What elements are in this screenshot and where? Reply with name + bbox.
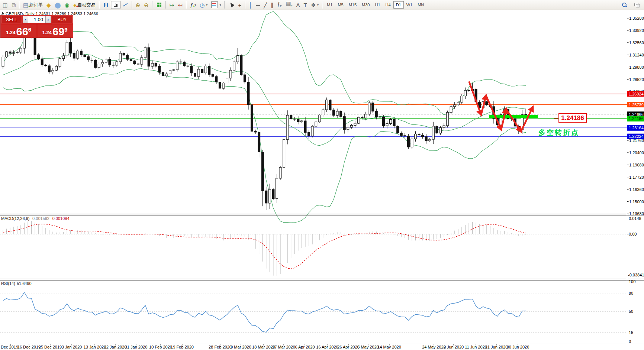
autotrade-button[interactable]: ●●自动交易 — [71, 1, 97, 9]
rsi-level-label: 50 — [629, 309, 633, 314]
periods-icon: ◷ — [200, 2, 205, 8]
profiles-icon[interactable]: ⧉ — [10, 1, 17, 9]
arrows-button[interactable]: ❖▾ — [309, 1, 321, 9]
date-label: 25 Dec 2019 — [39, 345, 62, 349]
date-label: 9 Mar 2020 — [231, 345, 251, 349]
price-tick-label: 1.28520 — [629, 77, 644, 82]
templates-button[interactable]: ▾ — [209, 1, 223, 9]
toolbar: ◫⧉▤+新订单◆⬤◉●●自动交易⊕⊖↦↤ƒ+▾◷▾▾+│─╱∥ƒE▦FAT❖▾M… — [0, 0, 644, 10]
buy-price-main: 69 — [52, 27, 64, 36]
new-order-icon: ▤+ — [23, 2, 28, 8]
macd-value-main: -0.001592 — [31, 216, 49, 221]
price-tick-label: 1.35280 — [629, 16, 644, 20]
signal-icon[interactable]: ◉ — [62, 1, 71, 9]
equidistant-channel-icon[interactable]: ∥ — [269, 1, 276, 9]
timeframe-h4-button[interactable]: H4 — [383, 1, 393, 9]
auto-scroll-icon[interactable]: ↤ — [176, 1, 184, 9]
mt4-window: ◫⧉▤+新订单◆⬤◉●●自动交易⊕⊖↦↤ƒ+▾◷▾▾+│─╱∥ƒE▦FAT❖▾M… — [0, 0, 644, 350]
text-icon[interactable]: A — [294, 1, 302, 9]
timeframe-m30-button[interactable]: M30 — [359, 1, 372, 9]
gold-icon: ◆ — [46, 2, 51, 8]
price-tick-label: 1.29880 — [629, 65, 644, 69]
buy-price[interactable]: 1.24 69 9 — [37, 24, 73, 38]
dropdown-caret-icon: ▾ — [317, 3, 319, 7]
lot-size-stepper[interactable]: ▼ 1.00 ▲ — [23, 16, 51, 23]
chat-icon[interactable] — [632, 1, 642, 9]
price-tick-label: 1.33920 — [629, 28, 644, 33]
date-label: 18 Mar 2020 — [252, 345, 275, 349]
rsi-indicator-label: RSI(14)51.6490 — [1, 281, 32, 286]
rsi-level-label: 15 — [629, 330, 633, 335]
lot-size-value[interactable]: 1.00 — [28, 16, 45, 23]
profiles-icon: ⧉ — [12, 2, 16, 8]
date-label: Dec 2019 — [1, 345, 18, 349]
sell-price[interactable]: 1.24 66 6 — [1, 24, 37, 38]
timeframe-mn-button[interactable]: MN — [415, 1, 426, 9]
fibonacci-icon[interactable]: ƒE — [276, 1, 284, 9]
timeframe-h1-button[interactable]: H1 — [373, 1, 383, 9]
sell-button[interactable]: SELL — [1, 16, 22, 23]
timeframe-m15-button[interactable]: M15 — [346, 1, 359, 9]
chart-canvas[interactable]: 1.352801.339201.325601.312401.298801.285… — [0, 0, 644, 350]
lot-decrease-button[interactable]: ▼ — [23, 16, 28, 23]
date-label: 2 Jun 2020 — [444, 345, 464, 349]
cursor-icon[interactable] — [226, 1, 236, 9]
date-label: 16 Apr 2020 — [316, 345, 338, 349]
chart-shift-icon[interactable]: ↦ — [168, 1, 176, 9]
auto-scroll-icon: ↤ — [178, 2, 183, 8]
date-label: 31 Jan 2020 — [125, 345, 148, 349]
hline-icon[interactable]: ─ — [254, 1, 262, 9]
toolbar-separator — [132, 1, 132, 9]
autotrade-icon: ●● — [73, 2, 77, 8]
buy-button[interactable]: BUY — [52, 16, 73, 23]
price-tag-label: 1.26924 — [629, 92, 644, 96]
macd-histogram — [3, 221, 526, 276]
cursor-icon — [228, 2, 234, 8]
community-icon: ⬤ — [55, 2, 61, 8]
zoom-out-icon[interactable]: ⊖ — [142, 1, 151, 9]
date-label: 26 Apr 2020 — [337, 345, 359, 349]
community-icon[interactable]: ⬤ — [53, 1, 63, 9]
price-tag-label: 1.25739 — [629, 103, 644, 107]
rsi-level-label: 80 — [629, 291, 633, 295]
templates-icon — [211, 1, 218, 8]
trendline-icon[interactable]: ╱ — [262, 1, 269, 9]
new-chart-icon[interactable]: ◫ — [1, 1, 10, 9]
text-label-icon[interactable]: T — [302, 1, 309, 9]
search-icon[interactable] — [619, 1, 629, 9]
candles-chart-icon[interactable] — [111, 1, 120, 9]
candles-layer — [2, 19, 527, 210]
price-tick-label: 1.32560 — [629, 40, 644, 45]
periods-button[interactable]: ◷▾ — [198, 1, 209, 9]
vline-icon[interactable]: │ — [247, 1, 254, 9]
date-label: 5 May 2020 — [357, 345, 379, 349]
equidistant-channel-icon: ∥ — [271, 2, 274, 8]
price-tick-label: 1.16360 — [629, 187, 644, 192]
lot-increase-button[interactable]: ▲ — [45, 16, 51, 23]
toolbar-separator — [322, 1, 323, 9]
zoom-in-icon[interactable]: ⊕ — [134, 1, 142, 9]
price-tick-label: 1.31240 — [629, 53, 644, 57]
timeframe-m5-button[interactable]: M5 — [335, 1, 346, 9]
candles-chart-icon — [113, 2, 119, 8]
sell-price-main: 66 — [16, 27, 28, 36]
buy-price-pip: 9 — [64, 24, 67, 35]
indicators-button[interactable]: ƒ+▾ — [188, 1, 198, 9]
arrows-icon: ❖ — [311, 2, 316, 8]
gold-icon[interactable]: ◆ — [45, 1, 53, 9]
timeframe-d1-button[interactable]: D1 — [393, 1, 404, 9]
date-label: 27 Mar 2020 — [272, 345, 295, 349]
bars-chart-icon[interactable] — [101, 1, 111, 9]
sell-price-prefix: 1.24 — [6, 29, 15, 36]
crosshair-icon[interactable]: + — [236, 1, 243, 9]
price-tick-label: 1.20400 — [629, 150, 644, 155]
new-order-button[interactable]: ▤+新订单 — [21, 1, 45, 9]
timeframe-m1-button[interactable]: M1 — [324, 1, 335, 9]
bars-chart-icon — [103, 2, 109, 8]
line-chart-icon[interactable] — [120, 1, 130, 9]
red-zigzag-arrow — [486, 95, 501, 130]
tile-windows-icon[interactable] — [154, 1, 164, 9]
line-chart-icon — [122, 2, 128, 8]
grid-icon[interactable]: ▦F — [284, 1, 294, 9]
timeframe-w1-button[interactable]: W1 — [404, 1, 415, 9]
